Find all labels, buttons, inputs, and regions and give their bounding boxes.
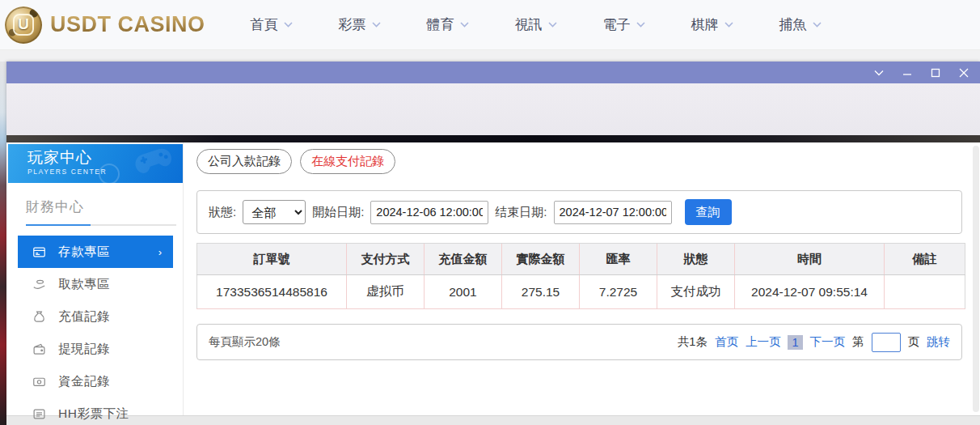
page-background-strip bbox=[0, 62, 6, 425]
tab-company-deposit-records[interactable]: 公司入款記錄 bbox=[196, 149, 292, 174]
nav-item-home[interactable]: 首頁 bbox=[251, 15, 293, 34]
chevron-down-icon bbox=[548, 22, 557, 28]
sidebar-item-recharge-records[interactable]: 充值記錄 bbox=[18, 300, 173, 333]
window-titlebar bbox=[6, 62, 980, 83]
logo-text: USDT CASINO bbox=[50, 12, 205, 37]
main-nav: 首頁 彩票 體育 視訊 電子 棋牌 捕魚 bbox=[251, 15, 822, 34]
jump-link[interactable]: 跳转 bbox=[927, 334, 950, 350]
deposit-card-icon bbox=[32, 245, 46, 259]
vertical-scrollbar[interactable] bbox=[973, 146, 979, 412]
chevron-down-icon bbox=[372, 22, 381, 28]
end-date-label: 结束日期: bbox=[495, 205, 547, 220]
first-page-link[interactable]: 首页 bbox=[715, 334, 738, 350]
cell-payment-method: 虚拟币 bbox=[347, 275, 425, 309]
wallet-icon bbox=[32, 342, 46, 356]
cell-order-no: 1733536514485816 bbox=[197, 275, 347, 309]
filter-bar: 狀態: 全部 開始日期: 结束日期: 查詢 bbox=[196, 190, 962, 234]
jump-prefix-label: 第 bbox=[852, 334, 864, 350]
page-jump-input[interactable] bbox=[872, 333, 901, 352]
cell-recharge-amount: 2001 bbox=[425, 275, 502, 309]
sidebar-menu: 存款專區 › 取款專區 充值記錄 bbox=[8, 236, 183, 425]
total-count-text: 共1条 bbox=[678, 334, 708, 350]
payment-records-table: 訂單號 支付方式 充值金額 實際金額 匯率 狀態 時間 備註 173353651… bbox=[196, 243, 965, 309]
site-navbar: U USDT CASINO 首頁 彩票 體育 視訊 電子 棋牌 捕魚 bbox=[0, 0, 980, 50]
window-collapse-button[interactable] bbox=[873, 67, 884, 78]
current-page-indicator: 1 bbox=[788, 335, 802, 350]
main-content: 公司入款記錄 在線支付記錄 狀態: 全部 開始日期: 结束日期: 查詢 bbox=[184, 142, 980, 415]
table-header-row: 訂單號 支付方式 充值金額 實際金額 匯率 狀態 時間 備註 bbox=[197, 244, 965, 275]
header-remark: 備註 bbox=[885, 244, 965, 275]
chevron-down-icon bbox=[460, 22, 469, 28]
close-icon bbox=[959, 68, 969, 78]
window-maximize-button[interactable] bbox=[930, 67, 940, 78]
nav-item-fishing[interactable]: 捕魚 bbox=[779, 15, 822, 34]
search-button[interactable]: 查詢 bbox=[685, 199, 732, 225]
section-underline-accent bbox=[26, 224, 91, 226]
table-row: 1733536514485816 虚拟币 2001 275.15 7.2725 … bbox=[197, 275, 965, 309]
money-bag-icon bbox=[32, 310, 46, 324]
site-logo[interactable]: U USDT CASINO bbox=[0, 6, 205, 44]
header-actual-amount: 實際金額 bbox=[502, 244, 580, 275]
header-time: 時間 bbox=[735, 244, 885, 275]
cell-actual-amount: 275.15 bbox=[502, 275, 580, 309]
gamepad-icon bbox=[129, 144, 179, 183]
sidebar-item-withdrawal-records[interactable]: 提現記錄 bbox=[18, 333, 173, 365]
sidebar-item-withdraw-zone[interactable]: 取款專區 bbox=[18, 268, 173, 300]
section-underline bbox=[26, 224, 176, 226]
header-payment-method: 支付方式 bbox=[347, 244, 425, 275]
cell-exchange-rate: 7.2725 bbox=[580, 275, 657, 309]
finance-section-label: 財務中心 bbox=[26, 198, 173, 216]
tab-online-payment-records[interactable]: 在線支付記錄 bbox=[300, 149, 395, 174]
window-minimize-button[interactable] bbox=[902, 67, 912, 78]
status-select[interactable]: 全部 bbox=[243, 200, 306, 224]
pager: 共1条 首页 上一页 1 下一页 第 页 跳转 bbox=[678, 333, 950, 352]
chevron-down-icon bbox=[284, 22, 293, 28]
nav-item-live[interactable]: 視訊 bbox=[515, 15, 557, 34]
cell-status: 支付成功 bbox=[657, 275, 735, 309]
decorative-circle bbox=[99, 164, 120, 183]
chevron-down-icon bbox=[874, 70, 884, 76]
jump-suffix-label: 页 bbox=[908, 334, 920, 350]
chevron-down-icon bbox=[724, 22, 733, 28]
page-size-text: 每頁顯示20條 bbox=[209, 334, 281, 350]
prev-page-link[interactable]: 上一页 bbox=[746, 334, 781, 350]
banknote-icon bbox=[32, 375, 46, 389]
next-page-link[interactable]: 下一页 bbox=[810, 334, 846, 350]
header-status: 狀態 bbox=[657, 244, 735, 275]
sidebar-item-hh-lottery-bets[interactable]: HH彩票下注 bbox=[18, 397, 173, 425]
nav-item-chess[interactable]: 棋牌 bbox=[691, 15, 733, 34]
pagination-bar: 每頁顯示20條 共1条 首页 上一页 1 下一页 第 页 跳转 bbox=[196, 324, 962, 360]
chevron-down-icon bbox=[813, 22, 822, 28]
sidebar: 玩家中心 PLAYERS CENTER 財務中心 bbox=[6, 142, 184, 415]
logo-ball-icon: U bbox=[5, 6, 42, 44]
header-recharge-amount: 充值金額 bbox=[425, 244, 502, 275]
nav-item-sports[interactable]: 體育 bbox=[427, 15, 469, 34]
start-date-input[interactable] bbox=[370, 201, 488, 224]
sidebar-header: 玩家中心 PLAYERS CENTER bbox=[8, 144, 183, 183]
header-exchange-rate: 匯率 bbox=[580, 244, 657, 275]
minimize-icon bbox=[902, 68, 912, 78]
chevron-down-icon bbox=[636, 22, 645, 28]
end-date-input[interactable] bbox=[554, 201, 672, 224]
app-window: 玩家中心 PLAYERS CENTER 財務中心 bbox=[6, 62, 980, 425]
hand-coins-icon bbox=[32, 278, 46, 291]
nav-item-slots[interactable]: 電子 bbox=[603, 15, 645, 34]
header-order-no: 訂單號 bbox=[197, 244, 347, 275]
maximize-icon bbox=[931, 68, 940, 78]
cell-remark bbox=[885, 275, 965, 309]
banner-bottom-edge bbox=[6, 135, 980, 142]
start-date-label: 開始日期: bbox=[312, 205, 364, 220]
finance-section: 財務中心 bbox=[8, 183, 183, 226]
chevron-right-icon: › bbox=[158, 246, 162, 258]
window-close-button[interactable] bbox=[958, 67, 969, 78]
list-document-icon bbox=[32, 407, 46, 421]
sidebar-item-deposit-zone[interactable]: 存款專區 › bbox=[18, 236, 173, 268]
sidebar-item-funds-records[interactable]: 資金記錄 bbox=[18, 365, 173, 397]
window-banner-area bbox=[6, 83, 980, 135]
record-tabs: 公司入款記錄 在線支付記錄 bbox=[196, 149, 962, 174]
status-label: 狀態: bbox=[209, 205, 236, 220]
logo-letter: U bbox=[13, 14, 34, 36]
nav-item-lottery[interactable]: 彩票 bbox=[339, 15, 381, 34]
cell-time: 2024-12-07 09:55:14 bbox=[735, 275, 885, 309]
